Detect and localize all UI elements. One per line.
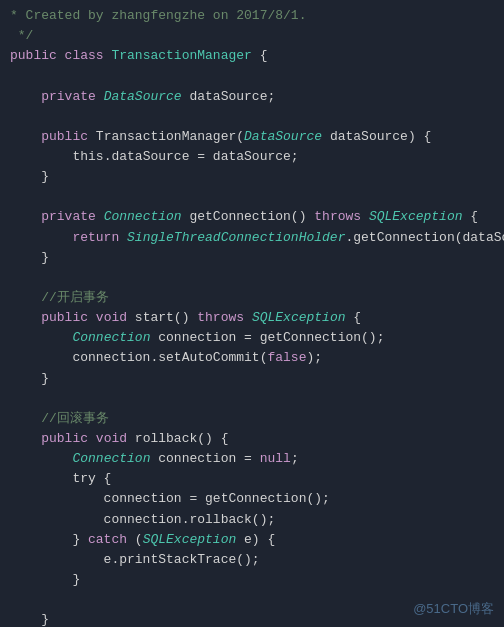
table-row: return SingleThreadConnectionHolder.getC… (10, 228, 494, 248)
table-row: */ (10, 26, 494, 46)
code-content: * Created by zhangfengzhe on 2017/8/1. *… (10, 6, 494, 627)
table-row: private Connection getConnection() throw… (10, 207, 494, 227)
table-row (10, 187, 494, 207)
watermark: @51CTO博客 (413, 599, 494, 619)
table-row: connection.setAutoCommit(false); (10, 348, 494, 368)
table-row (10, 107, 494, 127)
table-row (10, 389, 494, 409)
table-row: private DataSource dataSource; (10, 87, 494, 107)
table-row: Connection connection = getConnection(); (10, 328, 494, 348)
table-row: } (10, 369, 494, 389)
table-row: * Created by zhangfengzhe on 2017/8/1. (10, 6, 494, 26)
table-row: connection = getConnection(); (10, 489, 494, 509)
table-row: } catch (SQLException e) { (10, 530, 494, 550)
table-row: try { (10, 469, 494, 489)
table-row: Connection connection = null; (10, 449, 494, 469)
code-editor: * Created by zhangfengzhe on 2017/8/1. *… (0, 0, 504, 627)
table-row: e.printStackTrace(); (10, 550, 494, 570)
table-row: } (10, 167, 494, 187)
table-row: public TransactionManager(DataSource dat… (10, 127, 494, 147)
table-row: public void rollback() { (10, 429, 494, 449)
table-row: //开启事务 (10, 288, 494, 308)
table-row: public class TransactionManager { (10, 46, 494, 66)
table-row: //回滚事务 (10, 409, 494, 429)
table-row: } (10, 248, 494, 268)
table-row: this.dataSource = dataSource; (10, 147, 494, 167)
table-row: connection.rollback(); (10, 510, 494, 530)
table-row: public void start() throws SQLException … (10, 308, 494, 328)
table-row (10, 268, 494, 288)
table-row: } (10, 570, 494, 590)
table-row (10, 66, 494, 86)
